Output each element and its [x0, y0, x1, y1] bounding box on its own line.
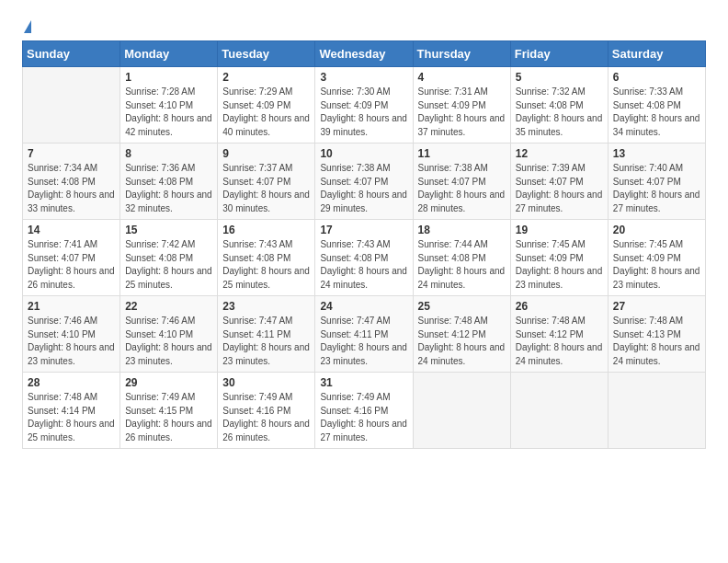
day-number: 28 — [28, 376, 115, 389]
page-container: SundayMondayTuesdayWednesdayThursdayFrid… — [0, 0, 728, 458]
day-info: Sunrise: 7:41 AMSunset: 4:07 PMDaylight:… — [28, 238, 115, 292]
day-number: 20 — [613, 224, 700, 236]
day-info: Sunrise: 7:38 AMSunset: 4:07 PMDaylight:… — [418, 162, 506, 215]
day-number: 29 — [125, 376, 212, 389]
calendar-cell: 6Sunrise: 7:33 AMSunset: 4:08 PMDaylight… — [608, 67, 705, 144]
day-number: 11 — [418, 147, 506, 160]
day-info: Sunrise: 7:28 AMSunset: 4:10 PMDaylight:… — [125, 86, 212, 139]
day-info: Sunrise: 7:46 AMSunset: 4:10 PMDaylight:… — [28, 315, 115, 368]
day-info: Sunrise: 7:47 AMSunset: 4:11 PMDaylight:… — [222, 315, 310, 368]
calendar-cell: 11Sunrise: 7:38 AMSunset: 4:07 PMDayligh… — [413, 144, 510, 220]
header-cell-thursday: Thursday — [413, 41, 510, 67]
week-row-4: 21Sunrise: 7:46 AMSunset: 4:10 PMDayligh… — [23, 296, 706, 373]
day-number: 15 — [125, 224, 212, 236]
calendar-cell: 2Sunrise: 7:29 AMSunset: 4:09 PMDaylight… — [218, 67, 315, 144]
day-number: 6 — [613, 71, 700, 84]
calendar-cell: 21Sunrise: 7:46 AMSunset: 4:10 PMDayligh… — [23, 296, 120, 373]
day-info: Sunrise: 7:43 AMSunset: 4:08 PMDaylight:… — [222, 238, 310, 292]
calendar-cell: 27Sunrise: 7:48 AMSunset: 4:13 PMDayligh… — [608, 296, 705, 373]
day-number: 31 — [320, 376, 407, 389]
calendar-cell: 14Sunrise: 7:41 AMSunset: 4:07 PMDayligh… — [23, 220, 120, 296]
day-number: 13 — [613, 147, 700, 160]
header-cell-monday: Monday — [120, 41, 218, 67]
calendar-cell — [413, 373, 510, 449]
header-cell-wednesday: Wednesday — [315, 41, 413, 67]
calendar-body: 1Sunrise: 7:28 AMSunset: 4:10 PMDaylight… — [23, 67, 706, 449]
day-info: Sunrise: 7:44 AMSunset: 4:08 PMDaylight:… — [418, 238, 506, 292]
header — [22, 17, 706, 33]
calendar-cell: 1Sunrise: 7:28 AMSunset: 4:10 PMDaylight… — [120, 67, 218, 144]
day-number: 30 — [222, 376, 310, 389]
day-number: 14 — [28, 224, 115, 236]
day-number: 7 — [28, 147, 115, 160]
calendar-cell: 26Sunrise: 7:48 AMSunset: 4:12 PMDayligh… — [510, 296, 608, 373]
day-number: 18 — [418, 224, 506, 236]
day-info: Sunrise: 7:49 AMSunset: 4:16 PMDaylight:… — [320, 391, 407, 444]
day-info: Sunrise: 7:30 AMSunset: 4:09 PMDaylight:… — [320, 86, 407, 139]
calendar-cell: 8Sunrise: 7:36 AMSunset: 4:08 PMDaylight… — [120, 144, 218, 220]
week-row-2: 7Sunrise: 7:34 AMSunset: 4:08 PMDaylight… — [23, 144, 706, 220]
header-row: SundayMondayTuesdayWednesdayThursdayFrid… — [23, 41, 706, 67]
calendar-cell: 4Sunrise: 7:31 AMSunset: 4:09 PMDaylight… — [413, 67, 510, 144]
calendar-cell: 20Sunrise: 7:45 AMSunset: 4:09 PMDayligh… — [608, 220, 705, 296]
day-info: Sunrise: 7:38 AMSunset: 4:07 PMDaylight:… — [320, 162, 407, 215]
week-row-1: 1Sunrise: 7:28 AMSunset: 4:10 PMDaylight… — [23, 67, 706, 144]
calendar-cell: 12Sunrise: 7:39 AMSunset: 4:07 PMDayligh… — [510, 144, 608, 220]
day-number: 1 — [125, 71, 212, 84]
calendar-cell: 10Sunrise: 7:38 AMSunset: 4:07 PMDayligh… — [315, 144, 413, 220]
day-number: 21 — [28, 300, 115, 313]
calendar-cell: 3Sunrise: 7:30 AMSunset: 4:09 PMDaylight… — [315, 67, 413, 144]
logo-icon — [24, 20, 31, 33]
calendar-cell: 13Sunrise: 7:40 AMSunset: 4:07 PMDayligh… — [608, 144, 705, 220]
day-number: 23 — [222, 300, 310, 313]
calendar-cell: 31Sunrise: 7:49 AMSunset: 4:16 PMDayligh… — [315, 373, 413, 449]
day-info: Sunrise: 7:42 AMSunset: 4:08 PMDaylight:… — [125, 238, 212, 292]
day-info: Sunrise: 7:49 AMSunset: 4:15 PMDaylight:… — [125, 391, 212, 444]
day-info: Sunrise: 7:45 AMSunset: 4:09 PMDaylight:… — [516, 238, 603, 292]
calendar-cell: 30Sunrise: 7:49 AMSunset: 4:16 PMDayligh… — [218, 373, 315, 449]
day-number: 2 — [222, 71, 310, 84]
day-info: Sunrise: 7:47 AMSunset: 4:11 PMDaylight:… — [320, 315, 407, 368]
day-number: 24 — [320, 300, 407, 313]
day-info: Sunrise: 7:49 AMSunset: 4:16 PMDaylight:… — [222, 391, 310, 444]
header-cell-friday: Friday — [510, 41, 608, 67]
day-info: Sunrise: 7:32 AMSunset: 4:08 PMDaylight:… — [516, 86, 603, 139]
calendar-cell — [510, 373, 608, 449]
day-info: Sunrise: 7:48 AMSunset: 4:12 PMDaylight:… — [418, 315, 506, 368]
day-info: Sunrise: 7:48 AMSunset: 4:14 PMDaylight:… — [28, 391, 115, 444]
day-number: 19 — [516, 224, 603, 236]
calendar-cell — [608, 373, 705, 449]
calendar-cell: 7Sunrise: 7:34 AMSunset: 4:08 PMDaylight… — [23, 144, 120, 220]
calendar-cell: 15Sunrise: 7:42 AMSunset: 4:08 PMDayligh… — [120, 220, 218, 296]
calendar-cell: 25Sunrise: 7:48 AMSunset: 4:12 PMDayligh… — [413, 296, 510, 373]
day-number: 12 — [516, 147, 603, 160]
day-number: 9 — [222, 147, 310, 160]
day-info: Sunrise: 7:29 AMSunset: 4:09 PMDaylight:… — [222, 86, 310, 139]
calendar-table: SundayMondayTuesdayWednesdayThursdayFrid… — [22, 40, 706, 449]
day-number: 3 — [320, 71, 407, 84]
day-info: Sunrise: 7:45 AMSunset: 4:09 PMDaylight:… — [613, 238, 700, 292]
day-number: 17 — [320, 224, 407, 236]
day-number: 10 — [320, 147, 407, 160]
day-number: 8 — [125, 147, 212, 160]
day-number: 27 — [613, 300, 700, 313]
calendar-cell: 19Sunrise: 7:45 AMSunset: 4:09 PMDayligh… — [510, 220, 608, 296]
day-info: Sunrise: 7:40 AMSunset: 4:07 PMDaylight:… — [613, 162, 700, 215]
day-info: Sunrise: 7:34 AMSunset: 4:08 PMDaylight:… — [28, 162, 115, 215]
day-number: 26 — [516, 300, 603, 313]
day-info: Sunrise: 7:48 AMSunset: 4:13 PMDaylight:… — [613, 315, 700, 368]
day-info: Sunrise: 7:36 AMSunset: 4:08 PMDaylight:… — [125, 162, 212, 215]
day-info: Sunrise: 7:48 AMSunset: 4:12 PMDaylight:… — [516, 315, 603, 368]
day-info: Sunrise: 7:37 AMSunset: 4:07 PMDaylight:… — [222, 162, 310, 215]
header-cell-tuesday: Tuesday — [218, 41, 315, 67]
day-number: 16 — [222, 224, 310, 236]
calendar-cell: 29Sunrise: 7:49 AMSunset: 4:15 PMDayligh… — [120, 373, 218, 449]
week-row-3: 14Sunrise: 7:41 AMSunset: 4:07 PMDayligh… — [23, 220, 706, 296]
day-info: Sunrise: 7:39 AMSunset: 4:07 PMDaylight:… — [516, 162, 603, 215]
calendar-cell: 22Sunrise: 7:46 AMSunset: 4:10 PMDayligh… — [120, 296, 218, 373]
logo — [22, 20, 31, 33]
day-info: Sunrise: 7:43 AMSunset: 4:08 PMDaylight:… — [320, 238, 407, 292]
day-number: 4 — [418, 71, 506, 84]
header-cell-sunday: Sunday — [23, 41, 120, 67]
calendar-cell: 23Sunrise: 7:47 AMSunset: 4:11 PMDayligh… — [218, 296, 315, 373]
